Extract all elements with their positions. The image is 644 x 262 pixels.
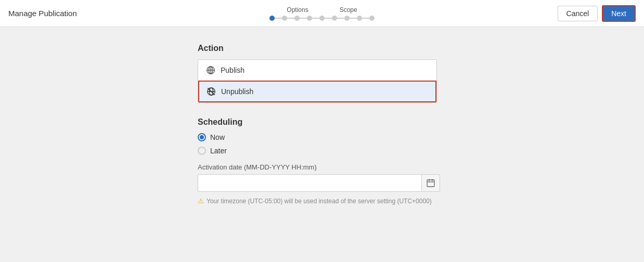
activation-date-field: Activation date (MM-DD-YYYY HH:mm)	[198, 163, 644, 192]
dot-line-4	[312, 18, 319, 19]
calendar-icon	[427, 179, 435, 187]
radio-now[interactable]: Now	[198, 133, 644, 141]
action-item-unpublish[interactable]: Unpublish	[198, 81, 436, 102]
action-item-publish[interactable]: Publish	[198, 60, 436, 81]
dot-line-8	[362, 18, 369, 19]
dot-6	[332, 16, 337, 21]
action-section-title: Action	[198, 44, 644, 53]
step-options-label: Options	[287, 6, 308, 14]
main-content: Action Publish Unpub	[0, 27, 644, 205]
radio-now-label: Now	[210, 133, 225, 141]
dot-line-6	[337, 18, 344, 19]
date-input-row	[198, 174, 644, 192]
wizard-steps: Options Scope	[269, 6, 375, 21]
page-title: Manage Publication	[8, 9, 77, 18]
radio-group: Now Later	[198, 133, 644, 155]
action-section: Action Publish Unpub	[198, 44, 644, 103]
radio-later-label: Later	[210, 147, 227, 155]
header-actions: Cancel Next	[558, 5, 636, 22]
action-publish-label: Publish	[221, 66, 244, 74]
dot-1	[269, 16, 275, 21]
radio-now-circle	[198, 133, 206, 141]
warning-icon: ⚠	[198, 197, 204, 205]
globe-icon	[206, 66, 215, 75]
svg-rect-8	[427, 180, 434, 187]
activation-date-label: Activation date (MM-DD-YYYY HH:mm)	[198, 163, 644, 171]
wizard-labels: Options Scope	[287, 6, 357, 14]
radio-later[interactable]: Later	[198, 147, 644, 155]
dot-line-5	[325, 18, 332, 19]
dot-line-2	[287, 18, 294, 19]
dot-4	[307, 16, 312, 21]
dot-line-7	[350, 18, 357, 19]
step-scope-label: Scope	[340, 6, 357, 14]
dot-line-1	[275, 18, 282, 19]
dot-line-3	[300, 18, 307, 19]
cancel-button[interactable]: Cancel	[558, 6, 598, 21]
next-button[interactable]: Next	[602, 5, 636, 22]
action-unpublish-label: Unpublish	[221, 87, 253, 96]
globe-slash-icon	[207, 87, 216, 96]
header: Manage Publication Options Scope C	[0, 0, 644, 27]
dot-8	[357, 16, 362, 21]
date-input[interactable]	[198, 174, 421, 192]
radio-later-circle	[198, 147, 206, 155]
dot-5	[319, 16, 325, 21]
action-list: Publish Unpublish	[198, 59, 437, 103]
dot-3	[294, 16, 300, 21]
wizard-dots	[269, 16, 375, 21]
timezone-note: ⚠ Your timezone (UTC-05:00) will be used…	[198, 197, 644, 205]
timezone-note-text: Your timezone (UTC-05:00) will be used i…	[207, 198, 432, 205]
dot-2	[282, 16, 287, 21]
dot-9	[369, 16, 375, 21]
calendar-button[interactable]	[421, 174, 440, 192]
scheduling-section: Scheduling Now Later Activation date (MM…	[198, 117, 644, 205]
dot-7	[344, 16, 350, 21]
scheduling-section-title: Scheduling	[198, 117, 644, 127]
